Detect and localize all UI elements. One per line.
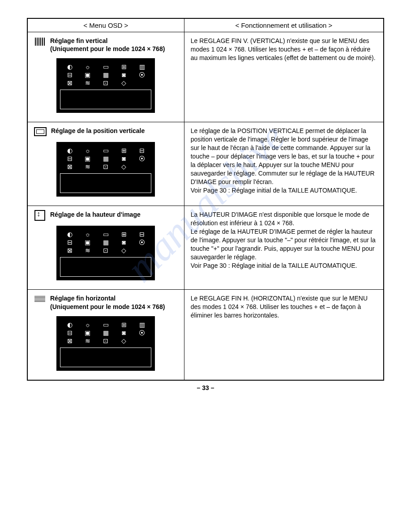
- table-row: Réglage de la position verticale ◐☼▭⊞⊟ ⊟…: [27, 122, 384, 206]
- row-description: Le réglage de la POSITION VERTICALE perm…: [191, 127, 377, 194]
- horizontal-lines-icon: [34, 294, 46, 304]
- osd-value: 50: [101, 92, 108, 99]
- osd-setting-name: POSITION V.: [85, 184, 122, 191]
- osd-icon-grid: ◐☼▭⊞⊟ ⊟▣▦◙⦿ ⊠≋⊡◇: [60, 229, 151, 257]
- osd-panel: ◐☼▭⊞⊟ ⊟▣▦◙⦿ ⊠≋⊡◇ 50 MENU: [56, 226, 155, 280]
- osd-icon-grid: ◐☼▭⊞▥ ⊟▣▦◙⦿ ⊠≋⊡◇: [60, 320, 151, 348]
- osd-menu-label: MENU: [63, 100, 81, 107]
- row-title: Réglage fin vertical (Uniquement pour le…: [50, 37, 178, 53]
- osd-panel: ◐☼▭⊞▥ ⊟▣▦◙⦿ ⊠≋⊡◇ 50 MENU: [56, 58, 155, 113]
- osd-panel: ◐☼▭⊞▥ ⊟▣▦◙⦿ ⊠≋⊡◇ 50 MENU: [56, 316, 155, 371]
- row-description: Le REGLAGE FIN V. (VERTICAL) n'existe qu…: [191, 37, 377, 62]
- osd-menu-label: MENU: [63, 358, 81, 365]
- table-row: Réglage fin horizontal (Uniquement pour …: [27, 290, 384, 380]
- osd-value: 50: [101, 176, 108, 183]
- osd-menu-label: MENU: [63, 184, 81, 191]
- vertical-bars-icon: [34, 37, 46, 47]
- osd-icon-grid: ◐☼▭⊞▥ ⊟▣▦◙⦿ ⊠≋⊡◇: [60, 62, 151, 90]
- row-description: Le REGLAGE FIN H. (HORIZONTAL) n'existe …: [191, 294, 377, 320]
- rectangle-icon: [34, 127, 47, 137]
- header-right: < Fonctionnement et utilisation >: [184, 18, 384, 32]
- osd-panel: ◐☼▭⊞⊟ ⊟▣▦◙⦿ ⊠≋⊡◇ 50 MENU: [56, 142, 155, 197]
- row-title: Réglage de la position verticale: [51, 127, 178, 135]
- osd-value: 50: [101, 259, 108, 266]
- row-description: La HAUTEUR D'IMAGE n'est disponible que …: [191, 210, 377, 270]
- table-row: Réglage de la hauteur d'image ◐☼▭⊞⊟ ⊟▣▦◙…: [27, 206, 384, 290]
- header-left: < Menu OSD >: [27, 18, 184, 32]
- osd-menu-label: MENU: [63, 267, 81, 275]
- osd-setting-name: FINESSE V.: [85, 100, 119, 107]
- osd-setting-name: TAILLE V.: [85, 267, 112, 275]
- osd-icon-grid: ◐☼▭⊞⊟ ⊟▣▦◙⦿ ⊠≋⊡◇: [60, 146, 151, 173]
- osd-value: 50: [101, 350, 108, 357]
- table-row: Réglage fin vertical (Uniquement pour le…: [27, 32, 384, 122]
- vertical-arrows-icon: [34, 210, 46, 220]
- row-title: Réglage fin horizontal (Uniquement pour …: [50, 294, 178, 310]
- osd-setting-name: FINESSE H.: [85, 358, 120, 365]
- page-number: – 33 –: [27, 384, 384, 391]
- row-title: Réglage de la hauteur d'image: [50, 210, 178, 219]
- osd-table: < Menu OSD > < Fonctionnement et utilisa…: [27, 18, 384, 381]
